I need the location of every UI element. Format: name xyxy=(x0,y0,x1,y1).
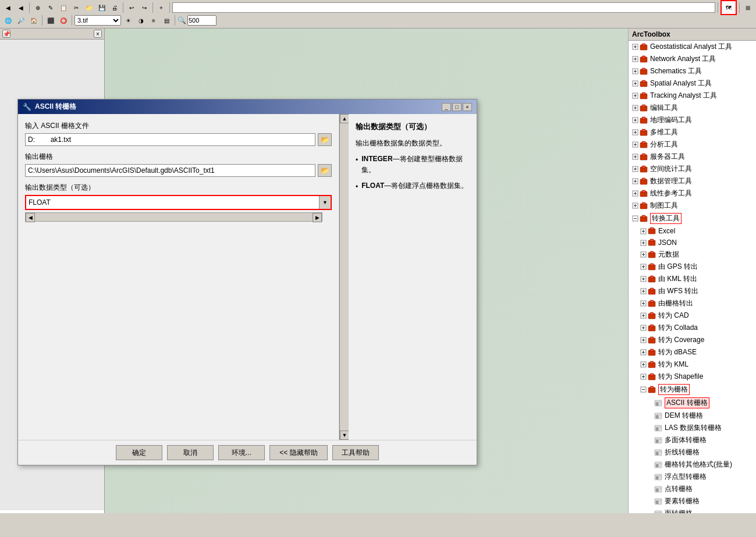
tree-item-22[interactable]: 转为 CAD xyxy=(629,310,756,322)
tree-item-10[interactable]: 空间统计工具 xyxy=(629,163,756,175)
input-browse-btn[interactable]: 📂 xyxy=(318,133,332,146)
datatype-select[interactable]: FLOAT INTEGER xyxy=(26,196,331,209)
nav-btn-1[interactable]: 🌐 xyxy=(2,15,14,26)
tree-expand-6[interactable] xyxy=(631,116,639,125)
tree-expand-27[interactable] xyxy=(639,373,647,381)
tree-item-17[interactable]: 元数据 xyxy=(629,248,756,261)
toolbar-btn-1[interactable]: ◀ xyxy=(2,2,14,13)
tree-expand-26[interactable] xyxy=(639,361,647,369)
output-browse-btn[interactable]: 📂 xyxy=(318,164,332,177)
tree-expand-28[interactable] xyxy=(639,386,647,394)
tree-expand-23[interactable] xyxy=(639,324,647,332)
tree-expand-38[interactable] xyxy=(647,510,654,514)
tree-expand-34[interactable] xyxy=(647,461,654,469)
tree-expand-25[interactable] xyxy=(639,348,647,357)
arcmap-button-highlighted[interactable]: 🗺 xyxy=(720,0,737,15)
output-raster-field[interactable] xyxy=(25,164,315,177)
toolbar-btn-13[interactable]: ⊞ xyxy=(742,2,754,13)
tree-item-7[interactable]: 多维工具 xyxy=(629,126,756,138)
tree-item-11[interactable]: 数据管理工具 xyxy=(629,175,756,187)
tree-item-28[interactable]: 转为栅格 xyxy=(629,383,756,396)
tree-item-35[interactable]: ⚙浮点型转栅格 xyxy=(629,471,756,483)
tree-item-23[interactable]: 转为 Collada xyxy=(629,322,756,334)
tree-item-29[interactable]: ⚙ASCII 转栅格 xyxy=(629,396,756,410)
dialog-close[interactable]: × xyxy=(463,103,472,111)
nav-btn-5[interactable]: ⭕ xyxy=(58,15,69,26)
tree-item-24[interactable]: 转为 Coverage xyxy=(629,334,756,346)
tree-item-32[interactable]: ⚙多面体转栅格 xyxy=(629,434,756,446)
tree-item-30[interactable]: ⚙DEM 转栅格 xyxy=(629,410,756,422)
close-panel-button[interactable]: × xyxy=(94,30,102,38)
tree-item-14[interactable]: 转换工具 xyxy=(629,212,756,225)
tree-item-18[interactable]: 由 GPS 转出 xyxy=(629,261,756,273)
filter-btn[interactable]: ▤ xyxy=(161,15,172,26)
tree-item-5[interactable]: 编辑工具 xyxy=(629,102,756,114)
tree-item-6[interactable]: 地理编码工具 xyxy=(629,114,756,126)
tree-item-1[interactable]: Network Analyst 工具 xyxy=(629,53,756,65)
cancel-button[interactable]: 取消 xyxy=(167,445,214,460)
toolbar-btn-6[interactable]: ✂ xyxy=(70,2,82,13)
tree-item-15[interactable]: Excel xyxy=(629,225,756,237)
toolbar-btn-11[interactable]: ↪ xyxy=(139,2,150,13)
tree-expand-11[interactable] xyxy=(631,177,639,186)
scroll-down-btn[interactable]: ▼ xyxy=(340,431,349,440)
tree-item-13[interactable]: 制图工具 xyxy=(629,200,756,212)
tree-item-25[interactable]: 转为 dBASE xyxy=(629,346,756,358)
tree-expand-33[interactable] xyxy=(647,449,654,457)
scroll-left-btn[interactable]: ◀ xyxy=(26,213,35,222)
h-scroll-track[interactable] xyxy=(35,213,313,221)
tree-expand-14[interactable] xyxy=(631,215,639,223)
tree-item-37[interactable]: ⚙要素转栅格 xyxy=(629,495,756,507)
dialog-vscroll[interactable]: ▲ ▼ xyxy=(339,114,349,440)
tree-expand-5[interactable] xyxy=(631,104,639,112)
tree-expand-15[interactable] xyxy=(639,227,647,235)
tree-expand-24[interactable] xyxy=(639,336,647,344)
tree-expand-10[interactable] xyxy=(631,165,639,173)
tree-expand-2[interactable] xyxy=(631,67,639,76)
tree-expand-35[interactable] xyxy=(647,473,654,481)
tree-item-9[interactable]: 服务器工具 xyxy=(629,151,756,163)
tree-item-34[interactable]: ⚙栅格转其他格式(批量) xyxy=(629,458,756,471)
tree-expand-31[interactable] xyxy=(647,424,654,432)
h-scrollbar[interactable]: ◀ ▶ xyxy=(25,212,322,222)
tree-expand-0[interactable] xyxy=(631,43,639,51)
tree-expand-19[interactable] xyxy=(639,275,647,283)
tree-expand-30[interactable] xyxy=(647,412,654,420)
toolbar-btn-10[interactable]: ↩ xyxy=(126,2,137,13)
tree-expand-17[interactable] xyxy=(639,251,647,259)
tree-expand-3[interactable] xyxy=(631,80,639,88)
scroll-up-btn[interactable]: ▲ xyxy=(340,114,349,123)
tree-item-4[interactable]: Tracking Analyst 工具 xyxy=(629,90,756,102)
dialog-minimize[interactable]: _ xyxy=(442,103,451,111)
dialog-maximize[interactable]: □ xyxy=(452,103,462,111)
tree-item-3[interactable]: Spatial Analyst 工具 xyxy=(629,77,756,90)
toolbar-btn-9[interactable]: 🖨 xyxy=(109,2,120,13)
brightness-btn[interactable]: ☀ xyxy=(122,15,134,26)
tree-expand-12[interactable] xyxy=(631,190,639,198)
toolbar-btn-5[interactable]: 📋 xyxy=(58,2,69,13)
map-selector[interactable]: 3.tif xyxy=(74,15,121,26)
tool-help-button[interactable]: 工具帮助 xyxy=(332,445,379,460)
toolbar-btn-8[interactable]: 💾 xyxy=(96,2,108,13)
scroll-right-btn[interactable]: ▶ xyxy=(313,213,322,222)
nav-btn-4[interactable]: ⬛ xyxy=(45,15,56,26)
tree-expand-7[interactable] xyxy=(631,129,639,137)
datatype-dropdown-container[interactable]: FLOAT INTEGER ▼ xyxy=(25,195,332,210)
ascii-dialog[interactable]: 🔧 ASCII 转栅格 _ □ × 输入 ASCII 栅格文件 📂 输出栅格 xyxy=(17,99,477,465)
tree-item-31[interactable]: ⚙LAS 数据集转栅格 xyxy=(629,422,756,434)
stretch-btn[interactable]: ≡ xyxy=(148,15,159,26)
contrast-btn[interactable]: ◑ xyxy=(135,15,147,26)
toolbar-btn-12[interactable]: + xyxy=(155,2,167,13)
tree-item-21[interactable]: 由栅格转出 xyxy=(629,297,756,310)
tree-expand-21[interactable] xyxy=(639,300,647,308)
toolbar-btn-4[interactable]: ✎ xyxy=(45,2,56,13)
tree-item-33[interactable]: ⚙折线转栅格 xyxy=(629,446,756,458)
tree-item-8[interactable]: 分析工具 xyxy=(629,138,756,151)
tree-expand-18[interactable] xyxy=(639,263,647,271)
search-input[interactable] xyxy=(172,2,715,13)
tree-item-26[interactable]: 转为 KML xyxy=(629,358,756,371)
tree-item-12[interactable]: 线性参考工具 xyxy=(629,187,756,200)
toolbar-btn-2[interactable]: ◀ xyxy=(15,2,27,13)
nav-btn-2[interactable]: 🔎 xyxy=(15,15,27,26)
tree-expand-16[interactable] xyxy=(639,239,647,247)
